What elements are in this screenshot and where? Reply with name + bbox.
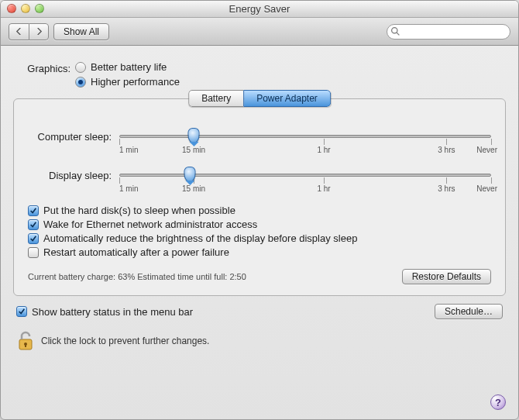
- tick-label: 1 min: [119, 184, 138, 193]
- display-sleep-label: Display sleep:: [28, 170, 119, 181]
- window-title: Energy Saver: [229, 3, 290, 15]
- computer-sleep-slider[interactable]: 1 min 15 min 1 hr 3 hrs Never: [119, 127, 491, 146]
- checkbox-icon: [16, 306, 27, 317]
- lock-text: Click the lock to prevent further change…: [41, 336, 209, 346]
- tick-label: 3 hrs: [438, 146, 455, 154]
- svg-line-1: [397, 33, 399, 35]
- check-label: Wake for Ethernet network administrator …: [43, 219, 257, 230]
- battery-status-text: Current battery charge: 63% Estimated ti…: [28, 272, 246, 281]
- check-label: Show battery status in the menu bar: [32, 306, 193, 318]
- checkbox-icon: [28, 219, 39, 230]
- svg-rect-4: [25, 344, 26, 347]
- check-auto-dim[interactable]: Automatically reduce the brightness of t…: [28, 232, 491, 244]
- nav-segment: [9, 23, 49, 40]
- close-window-button[interactable]: [7, 4, 16, 13]
- check-label: Automatically reduce the brightness of t…: [43, 232, 357, 244]
- tick-label: 3 hrs: [438, 184, 455, 193]
- radio-label: Better battery life: [91, 61, 167, 73]
- check-label: Restart automatically after a power fail…: [43, 246, 229, 258]
- check-hd-sleep[interactable]: Put the hard disk(s) to sleep when possi…: [28, 205, 491, 216]
- zoom-window-button[interactable]: [35, 4, 44, 13]
- tick-label: Never: [476, 146, 497, 154]
- tab-power-adapter[interactable]: Power Adapter: [243, 90, 331, 107]
- computer-sleep-label: Computer sleep:: [28, 131, 119, 143]
- svg-point-0: [392, 28, 397, 33]
- tick-label: 1 min: [119, 146, 138, 154]
- radio-label: Higher performance: [91, 76, 180, 88]
- tick-label: 1 hr: [317, 184, 330, 193]
- radio-better-battery[interactable]: Better battery life: [75, 61, 180, 73]
- tick-label: 15 min: [182, 146, 205, 154]
- toolbar: Show All: [1, 18, 518, 46]
- checkbox-icon: [28, 233, 39, 244]
- back-button[interactable]: [9, 23, 29, 40]
- search-icon: [390, 26, 400, 36]
- power-settings-group: Battery Power Adapter Computer sleep: 1 …: [13, 98, 506, 296]
- show-all-button[interactable]: Show All: [53, 23, 109, 40]
- check-menubar-battery[interactable]: Show battery status in the menu bar: [16, 306, 193, 318]
- tick-label: 1 hr: [317, 146, 330, 154]
- slider-thumb[interactable]: [188, 128, 200, 143]
- check-wake-ethernet[interactable]: Wake for Ethernet network administrator …: [28, 219, 491, 230]
- graphics-label: Graphics:: [13, 61, 75, 74]
- checkbox-icon: [28, 247, 39, 258]
- minimize-window-button[interactable]: [21, 4, 30, 13]
- checkbox-icon: [28, 205, 39, 216]
- radio-icon: [75, 62, 86, 73]
- restore-defaults-button[interactable]: Restore Defaults: [402, 269, 491, 284]
- schedule-button[interactable]: Schedule…: [435, 304, 503, 319]
- check-restart-power[interactable]: Restart automatically after a power fail…: [28, 246, 491, 258]
- tab-battery[interactable]: Battery: [188, 90, 243, 107]
- forward-button[interactable]: [29, 23, 49, 40]
- lock-icon[interactable]: [16, 330, 35, 352]
- radio-higher-performance[interactable]: Higher performance: [75, 76, 180, 88]
- tick-label: 15 min: [182, 184, 205, 193]
- help-button[interactable]: ?: [490, 394, 506, 410]
- check-label: Put the hard disk(s) to sleep when possi…: [43, 205, 235, 216]
- search-field[interactable]: [387, 24, 510, 40]
- tick-label: Never: [476, 184, 497, 193]
- search-input[interactable]: [404, 26, 519, 38]
- titlebar: Energy Saver: [1, 1, 518, 18]
- display-sleep-slider[interactable]: 1 min 15 min 1 hr 3 hrs Never: [119, 166, 491, 184]
- radio-icon: [75, 77, 86, 88]
